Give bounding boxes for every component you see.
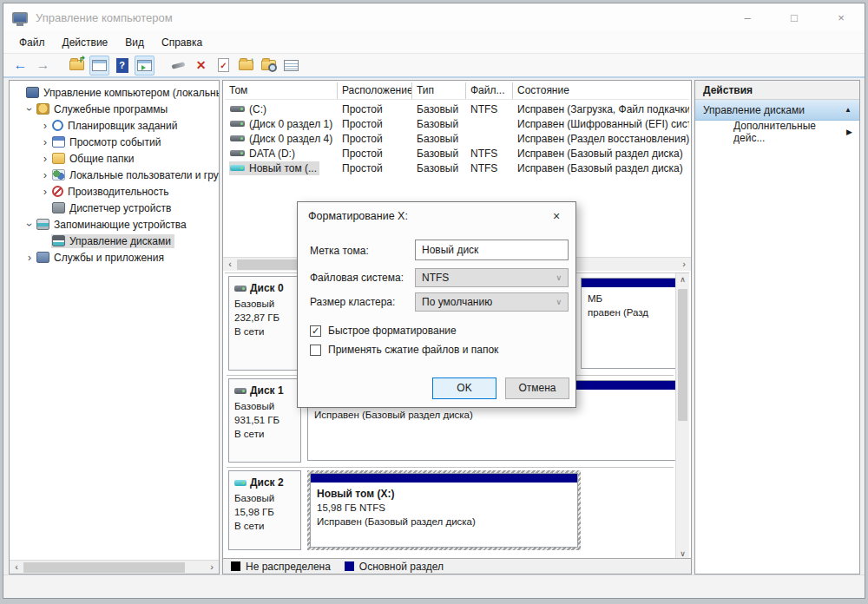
chevron-right-icon[interactable]: [39, 153, 51, 165]
tree-item-disk-management[interactable]: Управление дисками: [10, 233, 219, 249]
menu-help[interactable]: Справка: [153, 34, 211, 51]
disk0-partition-box[interactable]: МБ правен (Разд: [581, 278, 683, 369]
volume-label-input[interactable]: Новый диск: [415, 240, 569, 260]
computer-management-window: Управление компьютером – □ × Файл Действ…: [3, 3, 865, 599]
help-icon[interactable]: ?: [112, 56, 132, 76]
drive-icon: [230, 106, 245, 112]
tree-item-system-tools[interactable]: Служебные программы: [10, 101, 219, 117]
unpin-icon[interactable]: [168, 56, 188, 76]
chevron-right-icon[interactable]: [39, 169, 51, 181]
disk1-label[interactable]: Диск 1 Базовый 931,51 ГБ В сети: [228, 378, 301, 463]
collapse-icon[interactable]: ▲: [845, 106, 852, 114]
legend-label: Не распределена: [246, 561, 331, 573]
show-console-tree-icon[interactable]: [89, 56, 109, 76]
tree-item-label: Локальные пользователи и групп: [69, 169, 219, 181]
minimize-button[interactable]: –: [741, 11, 753, 24]
tree-item-device-manager[interactable]: Диспетчер устройств: [10, 200, 219, 216]
column-header-layout[interactable]: Расположение: [338, 82, 412, 99]
tree-item-event-viewer[interactable]: Просмотр событий: [10, 134, 219, 150]
volume-layout: Простой: [338, 148, 412, 160]
volume-row-disk0-part4[interactable]: (Диск 0 раздел 4) Простой Базовый Исправ…: [225, 131, 689, 146]
partition-size: 15,98 ГБ NTFS: [317, 501, 571, 515]
disk-icon: [234, 286, 247, 292]
disk-size: 232,87 ГБ: [234, 311, 295, 325]
tree-item-shared-folders[interactable]: Общие папки: [10, 150, 219, 167]
maximize-button[interactable]: □: [788, 11, 800, 24]
menu-view[interactable]: Вид: [116, 34, 153, 51]
volume-name: Новый том (...: [249, 162, 317, 174]
scroll-left-icon[interactable]: ‹: [10, 561, 23, 574]
scrollbar-thumb[interactable]: [23, 562, 185, 573]
column-header-status[interactable]: Состояние: [513, 82, 689, 99]
column-header-volume[interactable]: Том: [225, 82, 338, 99]
tree-item-computer-management[interactable]: Управление компьютером (локальным): [10, 84, 219, 101]
disk2-partition-box[interactable]: Новый том (X:) 15,98 ГБ NTFS Исправен (Б…: [310, 473, 578, 548]
back-icon[interactable]: ←: [10, 56, 30, 76]
compression-checkbox[interactable]: [310, 345, 321, 356]
tree-item-label: Планировщик заданий: [68, 120, 177, 132]
tree-item-local-users-groups[interactable]: Локальные пользователи и групп: [10, 167, 219, 183]
volume-layout: Простой: [338, 103, 412, 115]
tree-item-label: Просмотр событий: [69, 136, 161, 148]
disk-name: Диск 2: [250, 476, 284, 489]
file-system-field-label: Файловая система:: [310, 272, 404, 284]
disk-size: 931,51 ГБ: [234, 413, 295, 427]
volume-row-new-volume[interactable]: Новый том (... Простой Базовый NTFS Испр…: [225, 161, 689, 175]
volume-fs: NTFS: [466, 148, 513, 160]
column-header-filesystem[interactable]: Файл...: [466, 82, 513, 99]
tree-item-services-applications[interactable]: Службы и приложения: [10, 249, 219, 266]
disk-management-icon: [52, 235, 65, 246]
drive-icon: [230, 150, 245, 156]
volume-row-data-d[interactable]: DATA (D:) Простой Базовый NTFS Исправен …: [225, 146, 689, 161]
scrollbar-thumb[interactable]: [678, 289, 687, 421]
cancel-button[interactable]: Отмена: [505, 378, 569, 399]
disk-area-vertical-scrollbar[interactable]: ∧ ∨: [675, 273, 689, 561]
volume-status: Исправен (Базовый раздел диска): [513, 148, 689, 160]
chevron-down-icon[interactable]: [23, 103, 36, 115]
disk-type: Базовый: [234, 491, 295, 505]
partition-status: правен (Разд: [588, 305, 676, 319]
scroll-right-icon[interactable]: ›: [205, 561, 219, 574]
scroll-up-icon[interactable]: ∧: [676, 273, 689, 287]
chevron-right-icon[interactable]: [39, 136, 51, 148]
disk2-label[interactable]: Диск 2 Базовый 15,98 ГБ В сети: [228, 470, 301, 550]
show-action-pane-icon[interactable]: [135, 56, 155, 76]
volume-row-disk0-part1[interactable]: (Диск 0 раздел 1) Простой Базовый Исправ…: [225, 116, 689, 131]
delete-icon[interactable]: ✕: [191, 56, 211, 76]
chevron-right-icon[interactable]: [23, 252, 36, 264]
cluster-size-select[interactable]: По умолчанию ∨: [415, 292, 569, 312]
tree-horizontal-scrollbar[interactable]: ‹ ›: [10, 560, 219, 574]
chevron-right-icon[interactable]: [39, 120, 51, 132]
new-window-icon[interactable]: [236, 56, 256, 76]
disk0-label[interactable]: Диск 0 Базовый 232,87 ГБ В сети: [228, 276, 301, 371]
actions-group-disk-management[interactable]: Управление дисками ▲: [695, 100, 859, 121]
partition-status: Исправен (Базовый раздел диска): [314, 408, 673, 422]
menu-file[interactable]: Файл: [10, 34, 54, 51]
file-system-select[interactable]: NTFS ∨: [415, 268, 569, 287]
quick-format-checkbox[interactable]: [310, 325, 321, 337]
tree-item-performance[interactable]: Производительность: [10, 183, 219, 200]
dialog-close-icon[interactable]: ×: [548, 209, 565, 223]
close-button[interactable]: ×: [835, 11, 847, 24]
actions-more-actions[interactable]: Дополнительные дейс... ▶: [695, 121, 859, 142]
scroll-right-icon[interactable]: ›: [677, 258, 691, 272]
computer-icon: [26, 87, 39, 98]
menu-action[interactable]: Действие: [54, 34, 117, 51]
details-icon[interactable]: [281, 56, 301, 76]
tree-item-task-scheduler[interactable]: Планировщик заданий: [10, 117, 219, 134]
volume-row-c[interactable]: (C:) Простой Базовый NTFS Исправен (Загр…: [225, 102, 689, 116]
find-icon[interactable]: [259, 56, 279, 76]
forward-icon[interactable]: →: [33, 56, 53, 76]
volume-name: (C:): [249, 103, 266, 115]
disk-name: Диск 0: [250, 281, 284, 295]
tree-item-storage[interactable]: Запоминающие устройства: [10, 216, 219, 233]
export-list-icon[interactable]: [67, 56, 87, 76]
volume-type: Базовый: [412, 133, 466, 145]
properties-icon[interactable]: ✓: [214, 56, 233, 76]
column-header-type[interactable]: Тип: [412, 82, 466, 99]
scroll-left-icon[interactable]: ‹: [223, 258, 237, 272]
chevron-down-icon[interactable]: [23, 219, 36, 231]
ok-button[interactable]: OK: [432, 378, 496, 399]
chevron-right-icon[interactable]: [39, 186, 51, 198]
forward-arrow-glyph: →: [36, 57, 50, 73]
